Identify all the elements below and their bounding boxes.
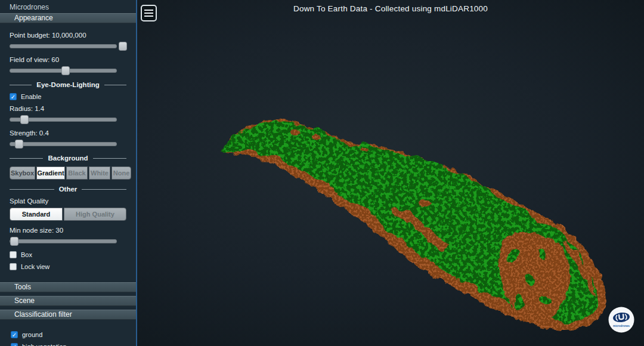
background-none-button[interactable]: None [112,166,131,180]
classification-panel: ground high vegetation [0,320,136,346]
brand-title: Microdrones [0,0,136,13]
high-vegetation-label: high vegetation [22,343,67,346]
lock-view-checkbox[interactable] [10,263,17,270]
divider [104,85,126,85]
ground-label: ground [22,331,42,338]
sidebar: Microdrones Appearance Point budget: 10,… [0,0,137,346]
background-white-button[interactable]: White [89,166,110,180]
edl-section-legend: Eye-Dome-Lighting [10,81,126,88]
slider-track[interactable] [10,142,117,146]
box-checkbox-row[interactable]: Box [10,251,126,258]
slider-thumb[interactable] [61,66,70,75]
point-budget-slider[interactable] [10,42,126,51]
other-section-legend: Other [10,186,126,193]
point-budget-label: Point budget: 10,000,000 [10,32,126,39]
edl-strength-slider[interactable] [10,140,126,149]
box-label: Box [21,251,32,258]
hamburger-menu-icon[interactable] [141,5,157,21]
hamburger-bar [144,16,153,17]
splat-quality-buttonset: Standard High Quality [10,208,126,221]
divider [10,85,32,85]
slider-track[interactable] [10,239,117,243]
edl-radius-label: Radius: 1.4 [10,105,126,112]
viewer-title: Down To Earth Data - Collected using mdL… [137,4,644,13]
splat-high-quality-button[interactable]: High Quality [64,208,126,221]
divider [93,158,126,159]
slider-thumb[interactable] [119,42,127,51]
accordion-appearance[interactable]: Appearance [0,13,136,23]
min-node-size-label: Min node size: 30 [10,227,126,234]
background-gradient-button[interactable]: Gradient [36,166,65,180]
slider-thumb[interactable] [20,115,29,124]
edl-enable-checkbox[interactable] [10,93,17,100]
logo-wordmark: microdrones [613,325,630,328]
high-vegetation-checkbox[interactable] [11,343,18,346]
accordion-tools[interactable]: Tools [0,282,136,292]
edl-enable-checkbox-row[interactable]: Enable [10,93,126,100]
edl-radius-slider[interactable] [10,115,126,124]
splat-quality-label: Splat Quality [10,197,126,205]
background-section-legend: Background [10,155,126,162]
ground-checkbox-row[interactable]: ground [11,331,136,338]
background-buttonset: Skybox Gradient Black White None [10,166,126,180]
microdrones-logo[interactable]: microdrones [608,307,634,333]
edl-enable-label: Enable [21,93,41,100]
slider-thumb[interactable] [15,140,23,149]
edl-strength-label: Strength: 0.4 [10,129,126,137]
min-node-size-slider[interactable] [10,237,126,246]
accordion-scene[interactable]: Scene [0,296,136,306]
accordion-classification-filter[interactable]: Classification filter [0,310,136,320]
slider-thumb[interactable] [10,237,18,246]
background-black-button[interactable]: Black [66,166,88,180]
hamburger-bar [144,13,153,14]
lock-view-checkbox-row[interactable]: Lock view [10,263,126,270]
high-vegetation-checkbox-row[interactable]: high vegetation [11,343,136,346]
ground-checkbox[interactable] [11,331,18,338]
slider-track[interactable] [10,44,117,48]
splat-standard-button[interactable]: Standard [10,208,63,221]
hamburger-bar [144,10,153,11]
divider [10,158,43,159]
field-of-view-label: Field of view: 60 [10,56,126,63]
box-checkbox[interactable] [10,251,17,258]
divider [82,189,126,190]
divider [10,189,54,190]
field-of-view-slider[interactable] [10,66,126,75]
appearance-panel: Point budget: 10,000,000 Field of view: … [0,23,136,270]
background-skybox-button[interactable]: Skybox [10,166,35,180]
lock-view-label: Lock view [21,263,49,270]
